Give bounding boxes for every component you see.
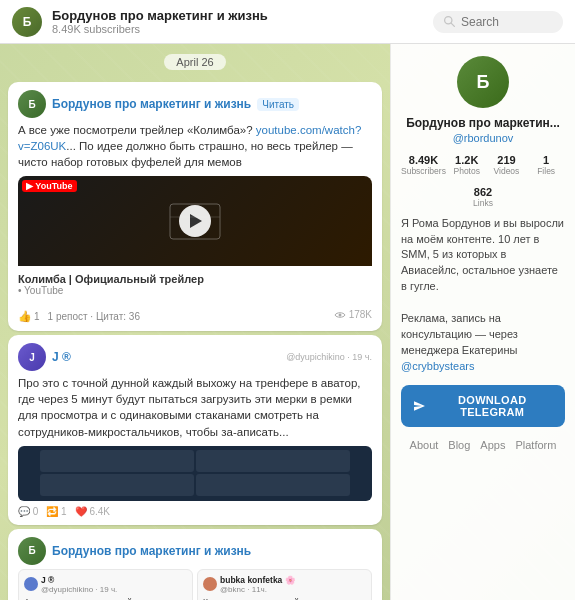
- tweet2-avatar: [203, 577, 217, 591]
- stat-files: 1 Files: [527, 154, 565, 176]
- msg-main-sender: Бордунов про маркетинг и жизнь: [52, 544, 251, 558]
- msg1-views: 178K: [334, 309, 372, 320]
- sidebar-footer: About Blog Apps Platform: [401, 439, 565, 451]
- video-thumb-inner: ▶ YouTube: [18, 176, 372, 266]
- channel-avatar-top: Б: [12, 7, 42, 37]
- search-box[interactable]: [433, 11, 563, 33]
- channel-subs-top: 8.49K subscribers: [52, 23, 423, 35]
- sidebar-avatar: Б: [457, 56, 509, 108]
- feed-area[interactable]: April 26 Б Бордунов про маркетинг и жизн…: [0, 44, 390, 600]
- reaction-thumbsup[interactable]: 👍 1: [18, 310, 40, 323]
- video-sub: • YouTube: [18, 285, 372, 296]
- msg1-avatar: Б: [18, 90, 46, 118]
- msg1-media[interactable]: ▶ YouTube Колимба | Официальный трейлер …: [18, 176, 372, 300]
- svg-rect-2: [170, 204, 220, 239]
- msg2-text: Про это с точной дунной каждый выхожу на…: [18, 375, 372, 439]
- msg1-reactions: 👍 1 1 репост · Цитат: 36: [18, 310, 140, 323]
- stat-photos: 1.2K Photos: [448, 154, 486, 176]
- msg2-time: @dyupichikino · 19 ч.: [286, 352, 372, 362]
- msg1-channel: Бордунов про маркетинг и жизнь: [52, 97, 251, 111]
- video-decorative: [165, 199, 225, 244]
- msg2-avatar: J: [18, 343, 46, 371]
- sidebar: Б Бордунов про маркетин... @rbordunov 8.…: [390, 44, 575, 600]
- message-bubble-2: J J ® @dyupichikino · 19 ч. Про это с то…: [8, 335, 382, 524]
- search-input[interactable]: [461, 15, 541, 29]
- tweets-grid: J ® @dyupichikino · 19 ч. А все уже посм…: [18, 569, 372, 600]
- msg1-text: А все уже посмотрели трейлер «Колимба»? …: [18, 122, 372, 170]
- top-bar: Б Бордунов про маркетинг и жизнь 8.49K s…: [0, 0, 575, 44]
- tweet-card-2: bubka konfetka 🌸 @bknc · 11ч. Когда в го…: [197, 569, 372, 600]
- youtube-badge: ▶ YouTube: [22, 180, 77, 192]
- msg1-header: Б Бордунов про маркетинг и жизнь Читать: [18, 90, 372, 118]
- channel-info-top: Бордунов про маркетинг и жизнь 8.49K sub…: [52, 8, 423, 35]
- main-area: April 26 Б Бордунов про маркетинг и жизн…: [0, 44, 575, 600]
- message-bubble-main: Б Бордунов про маркетинг и жизнь J ® @dy…: [8, 529, 382, 600]
- message-bubble-1: Б Бордунов про маркетинг и жизнь Читать …: [8, 82, 382, 331]
- channel-name-top: Бордунов про маркетинг и жизнь: [52, 8, 423, 23]
- tweet-card-1: J ® @dyupichikino · 19 ч. А все уже посм…: [18, 569, 193, 600]
- msg2-header: J J ® @dyupichikino · 19 ч.: [18, 343, 372, 371]
- sidebar-channel-name: Бордунов про маркетин...: [401, 116, 565, 132]
- video-title: Колимба | Официальный трейлер: [18, 273, 372, 285]
- date-divider: April 26: [0, 44, 390, 78]
- follow-button[interactable]: Читать: [257, 98, 299, 111]
- stat-links-row: 862 Links: [401, 186, 565, 208]
- tweet1-avatar: [24, 577, 38, 591]
- views-icon: [334, 311, 346, 319]
- stat-videos: 219 Videos: [488, 154, 526, 176]
- date-badge: April 26: [164, 54, 225, 70]
- svg-line-1: [451, 23, 454, 26]
- msg2-sender: J ®: [52, 350, 71, 364]
- reaction-quotes: 1 репост · Цитат: 36: [48, 311, 140, 322]
- sidebar-bio: Я Рома Бордунов и вы выросли на моём кон…: [401, 216, 565, 375]
- footer-apps[interactable]: Apps: [480, 439, 505, 451]
- search-icon: [443, 15, 456, 28]
- msg-main-avatar: Б: [18, 537, 46, 565]
- msg2-image: [18, 446, 372, 501]
- footer-blog[interactable]: Blog: [448, 439, 470, 451]
- msg2-reactions: 💬 0 🔁 1 ❤️ 6.4K: [18, 506, 372, 517]
- sidebar-handle: @rbordunov: [401, 132, 565, 144]
- stats-row: 8.49K Subscribers 1.2K Photos 219 Videos…: [401, 154, 565, 176]
- tweet1-header: J ® @dyupichikino · 19 ч.: [24, 575, 187, 594]
- download-telegram-button[interactable]: DOWNLOAD TELEGRAM: [401, 385, 565, 427]
- footer-platform[interactable]: Platform: [515, 439, 556, 451]
- stat-subscribers: 8.49K Subscribers: [401, 154, 446, 176]
- telegram-plane-icon: [413, 399, 426, 413]
- bio-link[interactable]: @crybbystears: [401, 360, 475, 372]
- tweet2-header: bubka konfetka 🌸 @bknc · 11ч.: [203, 575, 366, 594]
- svg-point-4: [338, 313, 341, 316]
- footer-about[interactable]: About: [410, 439, 439, 451]
- msg-main-header: Б Бордунов про маркетинг и жизнь: [18, 537, 372, 565]
